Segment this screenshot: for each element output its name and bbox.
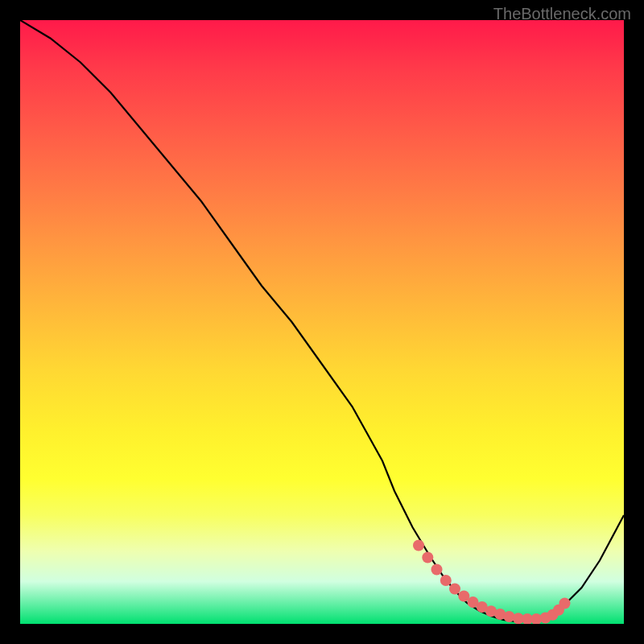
highlight-dot: [413, 540, 424, 551]
highlight-dot: [449, 584, 460, 595]
attribution-text: TheBottleneck.com: [493, 5, 631, 23]
bottleneck-curve-path: [20, 20, 624, 621]
plot-area: [20, 20, 624, 624]
chart-svg: [20, 20, 624, 624]
optimal-zone-dots: [413, 540, 571, 625]
highlight-dot: [431, 564, 443, 576]
highlight-dot: [440, 575, 452, 586]
highlight-dot: [559, 598, 571, 609]
highlight-dot: [422, 552, 433, 564]
